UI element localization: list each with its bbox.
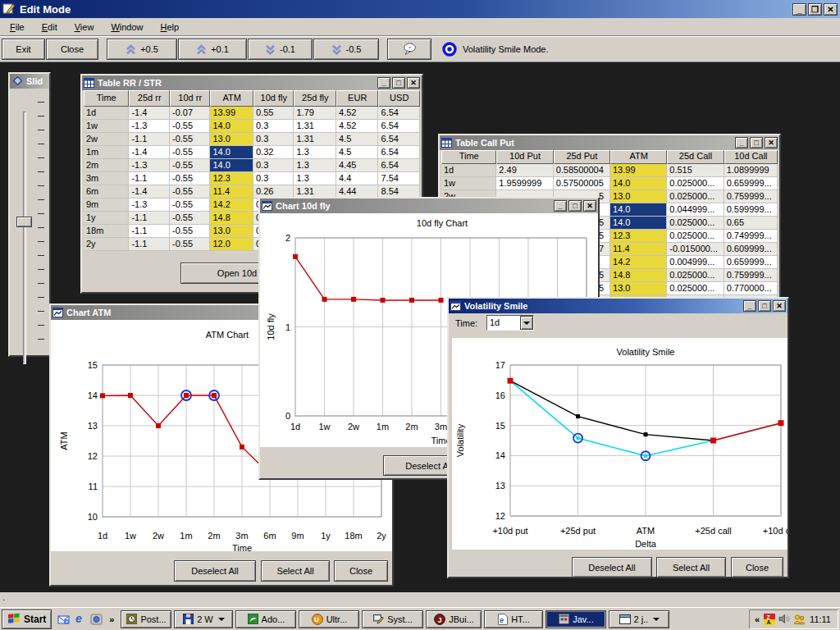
cell[interactable]: 14.2: [210, 199, 253, 212]
cell[interactable]: 0.515: [667, 164, 724, 177]
cell[interactable]: 0.58500004: [554, 164, 610, 177]
cell[interactable]: -0.55: [170, 159, 211, 172]
start-button[interactable]: Start: [2, 609, 52, 629]
cell[interactable]: 18m: [84, 225, 129, 238]
cell[interactable]: 1.0899999: [724, 164, 778, 177]
cell[interactable]: 1.3: [294, 159, 336, 172]
deselect-all-button[interactable]: Deselect All: [572, 557, 652, 578]
cell[interactable]: 0.025000...: [667, 269, 724, 282]
cell[interactable]: 13.0: [610, 282, 667, 295]
cell[interactable]: -0.55: [170, 172, 211, 185]
combobox-dropdown-button[interactable]: [520, 316, 533, 330]
volatility-smile-chart[interactable]: +10d put+25d putATM+25d call+10d call171…: [452, 338, 788, 550]
show-desktop-icon[interactable]: [88, 611, 104, 628]
cell[interactable]: 6.54: [378, 133, 420, 146]
menu-edit[interactable]: Edit: [39, 21, 61, 34]
cell[interactable]: 0.32: [253, 146, 294, 159]
task-button-html-doc[interactable]: eHT...: [484, 610, 543, 628]
cell[interactable]: -1.1: [129, 133, 170, 146]
close-button[interactable]: Close: [334, 560, 388, 582]
cell[interactable]: 0.025000...: [667, 217, 724, 230]
clock[interactable]: 11:11: [810, 614, 831, 624]
cell[interactable]: 12.3: [610, 230, 667, 243]
cell[interactable]: 14.8: [210, 212, 253, 225]
task-button-system[interactable]: Syst...: [362, 610, 423, 628]
cell[interactable]: 0.025000...: [667, 190, 724, 203]
cell[interactable]: 13.0: [210, 225, 253, 238]
column-header-10d-fly[interactable]: 10d fly: [253, 90, 294, 107]
cell[interactable]: 3m: [84, 172, 129, 185]
cell[interactable]: -0.55: [170, 146, 211, 159]
cell[interactable]: 1m: [84, 146, 129, 159]
task-button-floppy[interactable]: 2 W: [174, 610, 233, 628]
cell[interactable]: 1y: [84, 212, 129, 225]
cell[interactable]: -0.015000...: [667, 243, 724, 256]
cell[interactable]: -0.55: [170, 225, 211, 238]
internet-explorer-icon[interactable]: e: [71, 611, 88, 628]
cell[interactable]: 4.5: [336, 146, 379, 159]
cell[interactable]: 1w: [84, 120, 129, 133]
column-header-eur[interactable]: EUR: [336, 90, 379, 107]
column-header-25d-call[interactable]: 25d Call: [667, 150, 724, 164]
table-row[interactable]: 2m-1.3-0.5514.00.31.34.456.54: [84, 159, 420, 172]
cell[interactable]: 12.3: [210, 172, 253, 185]
cell[interactable]: 0.55: [253, 107, 294, 120]
maximize-button[interactable]: □: [758, 300, 771, 312]
cell[interactable]: -1.1: [129, 225, 170, 238]
cell[interactable]: -0.55: [170, 120, 211, 133]
cell[interactable]: 9m: [84, 199, 129, 212]
cell[interactable]: 6.54: [378, 159, 420, 172]
cell[interactable]: -1.3: [129, 199, 170, 212]
menu-file[interactable]: File: [7, 21, 28, 34]
cell[interactable]: 0.659999...: [724, 177, 778, 190]
cell[interactable]: 1d: [441, 164, 496, 177]
volume-tray-icon[interactable]: [778, 614, 790, 624]
close-button[interactable]: ✕: [765, 137, 778, 148]
cell[interactable]: -1.1: [129, 172, 170, 185]
zonealarm-tray-icon[interactable]: ZA: [764, 614, 775, 625]
cell[interactable]: -1.4: [129, 146, 170, 159]
minimize-button[interactable]: _: [377, 77, 390, 89]
m0p1-toolbar-button[interactable]: -0.1: [248, 39, 313, 60]
cell[interactable]: -0.55: [170, 238, 211, 251]
cell[interactable]: -0.07: [170, 107, 211, 120]
task-button-ultraedit[interactable]: UUltr...: [299, 610, 359, 628]
slider-track[interactable]: [23, 112, 26, 364]
cell[interactable]: 0.3: [253, 133, 294, 146]
cell[interactable]: 6.54: [378, 120, 420, 133]
minimize-button[interactable]: _: [554, 200, 567, 212]
cell[interactable]: 7.54: [378, 172, 420, 185]
Close-toolbar-button[interactable]: Close: [46, 39, 98, 60]
cell[interactable]: 14.0: [210, 146, 253, 159]
cell[interactable]: 4.5: [336, 133, 379, 146]
column-header-10d-put[interactable]: 10d Put: [496, 150, 553, 164]
tray-chevron-icon[interactable]: «: [755, 614, 760, 624]
cell[interactable]: 1.3: [294, 146, 336, 159]
cell[interactable]: 0.65: [724, 217, 778, 230]
cell[interactable]: 1w: [441, 177, 496, 190]
table-row[interactable]: 1d2.490.5850000413.990.5151.0899999: [441, 164, 778, 177]
table-row[interactable]: 1w1.95999990.5750000514.00.025000...0.65…: [441, 177, 778, 190]
outlook-express-icon[interactable]: [55, 611, 71, 628]
m0p5-toolbar-button[interactable]: -0.5: [313, 39, 379, 60]
minimize-button[interactable]: _: [735, 137, 748, 148]
messenger-tray-icon[interactable]: [793, 614, 806, 625]
cell[interactable]: 14.2: [610, 256, 667, 269]
p0p1-toolbar-button[interactable]: +0.1: [178, 39, 247, 60]
cell[interactable]: 13.0: [210, 133, 253, 146]
volatility-smile-title-bar[interactable]: Volatility Smile _□✕: [449, 299, 788, 313]
cell[interactable]: 2y: [84, 238, 129, 251]
cell[interactable]: 6.54: [378, 146, 420, 159]
cell[interactable]: 11.4: [610, 243, 667, 256]
task-button-java-app[interactable]: Jav...: [546, 610, 606, 628]
cell[interactable]: 4.4: [336, 172, 379, 185]
cell[interactable]: 4.52: [336, 107, 379, 120]
select-all-button[interactable]: Select All: [656, 557, 726, 578]
cell[interactable]: 4.52: [336, 120, 379, 133]
chart-10d-fly-title-bar[interactable]: Chart 10d fly _□✕: [260, 199, 598, 213]
speech-bubble-toolbar-button[interactable]: [387, 39, 431, 60]
minimize-button[interactable]: _: [792, 3, 806, 16]
quick-launch-overflow-chevron[interactable]: »: [109, 614, 114, 624]
deselect-all-button[interactable]: Deselect All: [174, 560, 256, 582]
close-button[interactable]: Close: [731, 557, 783, 578]
